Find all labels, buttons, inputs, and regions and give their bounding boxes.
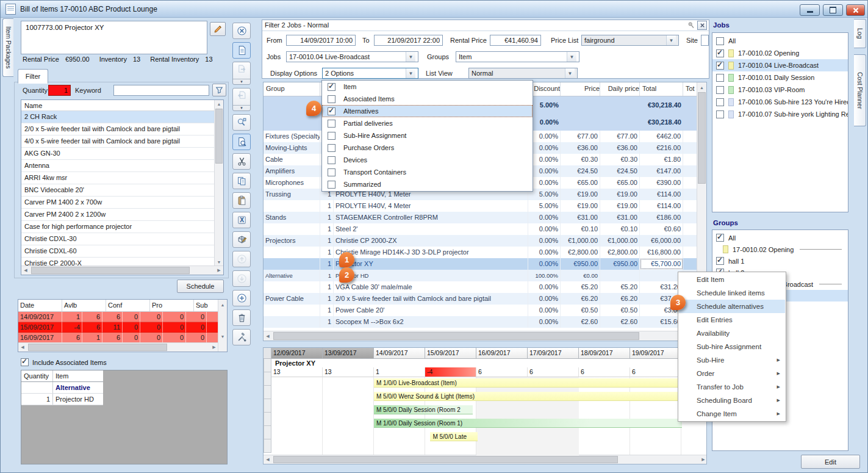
jobs-select[interactable]: 17-0010.04 Live-Broadcast▼ xyxy=(286,51,418,62)
column-total[interactable]: Total xyxy=(640,82,683,96)
keyword-input[interactable] xyxy=(113,85,209,96)
dropdown-option[interactable]: Partial deliveries xyxy=(322,117,533,129)
checkbox-icon[interactable] xyxy=(328,95,335,103)
context-menu-item[interactable]: Edit Entries xyxy=(679,313,785,327)
checkbox-icon[interactable] xyxy=(716,74,724,82)
arrow-up-icon[interactable] xyxy=(232,251,251,267)
groups-select[interactable]: Item▼ xyxy=(456,51,579,62)
quantity-input[interactable]: 1 xyxy=(48,85,71,96)
availability-row[interactable]: 15/09/2017-46110000 xyxy=(18,322,227,333)
job-list-item[interactable]: All xyxy=(712,35,848,47)
list-item[interactable]: Christie CDXL-60 xyxy=(21,245,214,258)
filter-panel-close-button[interactable] xyxy=(697,21,707,30)
checkbox-icon[interactable] xyxy=(328,181,335,189)
job-list-item[interactable]: 17-0010.01 Daily Session xyxy=(712,71,848,84)
timeline-availability-cell[interactable]: 6 xyxy=(579,367,630,377)
document-forward-icon[interactable] xyxy=(232,62,251,85)
checkbox-icon[interactable] xyxy=(716,110,724,118)
checkbox-icon[interactable] xyxy=(328,120,335,128)
table-row[interactable]: 1Socopex M -->Box 6x2 0.00%€2.60€2.60 €1… xyxy=(264,316,706,328)
dropdown-option[interactable]: Alternatives xyxy=(322,105,533,117)
timeline-availability-cell[interactable]: 13 xyxy=(323,367,374,377)
list-view-select[interactable]: Normal▼ xyxy=(468,68,578,79)
selected-item-box[interactable]: 1007773.00 Projector XY xyxy=(21,21,207,54)
paste-icon[interactable] xyxy=(232,192,251,209)
dropdown-option[interactable]: Item xyxy=(322,81,533,93)
list-item[interactable]: Carver PM 2400 2 x 1200w xyxy=(21,209,214,221)
timeline-availability-cell[interactable]: 13 xyxy=(271,367,323,377)
timeline-booking-bar[interactable]: M 1/0/0 Daily Session (Room 1) xyxy=(374,419,682,428)
timeline-date-header[interactable]: 18/09/2017 xyxy=(579,348,630,359)
checkbox-icon[interactable] xyxy=(328,107,335,115)
checkbox-icon[interactable] xyxy=(716,37,724,45)
context-menu-item[interactable]: Change Item xyxy=(679,407,785,421)
context-menu-item[interactable]: Sub-hire Assignment xyxy=(679,340,785,353)
document-search-icon[interactable] xyxy=(232,134,251,150)
context-menu-item[interactable]: Order xyxy=(679,367,785,380)
dropdown-option[interactable]: Transport Containers xyxy=(322,166,533,178)
list-item[interactable]: AKG GN-30 xyxy=(21,148,214,160)
timeline-date-header[interactable]: 17/09/2017 xyxy=(528,348,579,359)
dropdown-option[interactable]: Summarized xyxy=(322,178,533,190)
job-list-item[interactable]: 17-0010.06 Sub-hire 123 You're Hired Inc xyxy=(712,96,848,108)
tools-icon[interactable] xyxy=(232,329,251,345)
context-menu-item[interactable]: Schedule linked items xyxy=(679,286,785,300)
list-item[interactable]: Case for high performance projector xyxy=(21,221,214,233)
timeline-availability-cell[interactable]: -4 xyxy=(425,367,476,377)
from-input[interactable]: 14/09/2017 10:00 xyxy=(286,35,356,46)
list-item[interactable]: Christie CDXL-30 xyxy=(21,233,214,245)
list-item[interactable]: 2/0 x 5-wire feeder tail with Camlock an… xyxy=(21,123,214,135)
timeline-availability-cell[interactable]: 6 xyxy=(528,367,579,377)
list-item[interactable]: Carver PM 1400 2 x 700w xyxy=(21,197,214,209)
dropdown-option[interactable]: Devices xyxy=(322,154,533,166)
trash-icon[interactable] xyxy=(232,309,251,326)
checkbox-icon[interactable] xyxy=(716,257,724,265)
context-menu-item[interactable]: Transfer to Job xyxy=(679,380,785,394)
group-list-item[interactable]: All xyxy=(712,232,848,244)
tab-log[interactable]: Log xyxy=(854,19,866,48)
checkbox-icon[interactable] xyxy=(328,83,335,91)
table-row[interactable]: 1Steel 2' 0.00%€0.10€0.10 €0.60 xyxy=(264,223,706,235)
filter-panel-caption[interactable]: Filter 2 Jobs - Normal xyxy=(262,20,709,31)
minimize-button[interactable] xyxy=(800,4,820,16)
timeline-availability-cell[interactable]: 6 xyxy=(630,367,681,377)
edit-item-button[interactable] xyxy=(210,22,226,36)
list-item[interactable]: BNC Videocable 20' xyxy=(21,184,214,197)
job-list-item[interactable]: 17-0010.03 VIP-Room xyxy=(712,84,848,96)
site-input[interactable] xyxy=(701,35,709,46)
document-back-icon[interactable] xyxy=(232,88,251,111)
dropdown-option[interactable]: Associated Items xyxy=(322,93,533,105)
delete-x-icon[interactable]: X xyxy=(232,212,251,228)
group-list-item[interactable]: 17-0010.02 Opening xyxy=(712,244,848,255)
rental-price-input[interactable]: €41,460.94 xyxy=(490,35,541,46)
apply-filter-button[interactable] xyxy=(212,84,226,96)
list-item[interactable]: 4/0 x 5-wire feeder tail with Camlock an… xyxy=(21,135,214,148)
checkbox-icon[interactable] xyxy=(328,144,335,152)
timeline-booking-bar[interactable]: M 5/0/0 Daily Session (Room 2 xyxy=(374,405,473,414)
table-row[interactable]: Alternative1Projector HD 100.00%€0.00 xyxy=(264,270,706,281)
copy-icon[interactable] xyxy=(232,173,251,189)
document-icon[interactable] xyxy=(232,42,251,59)
tab-cost-planner[interactable]: Cost Planner xyxy=(854,54,866,126)
search-items-icon[interactable] xyxy=(232,114,251,131)
edit-box-icon[interactable] xyxy=(232,231,251,248)
checkbox-icon[interactable] xyxy=(328,168,335,176)
timeline-booking-bar[interactable]: M 5/0/0 Late xyxy=(430,432,478,441)
timeline-booking-bar[interactable]: M 5/0/0 Wenz Sound & Light (Items) xyxy=(374,392,682,401)
close-button[interactable] xyxy=(846,4,865,16)
timeline-date-header[interactable]: 12/09/2017 xyxy=(271,348,323,359)
maximize-button[interactable] xyxy=(823,4,843,16)
list-item[interactable]: Christie CP 2000-X xyxy=(21,258,214,266)
arrow-down-icon[interactable] xyxy=(232,270,251,287)
availability-vscrollbar[interactable]: ▲ ▼ xyxy=(218,300,227,352)
group-list-item[interactable]: hall 1 xyxy=(712,255,848,267)
job-list-item[interactable]: 17-0010.04 Live-Broadcast xyxy=(712,59,848,71)
include-associated-items-checkbox[interactable]: Include Associated Items xyxy=(21,358,107,366)
dropdown-option[interactable]: Purchase Orders xyxy=(322,142,533,154)
checkbox-icon[interactable] xyxy=(328,156,335,164)
timeline-date-header[interactable]: 14/09/2017 xyxy=(374,348,425,359)
display-options-select[interactable]: 2 Options▼ xyxy=(322,68,418,79)
timeline-item-name[interactable]: Projector XY xyxy=(271,359,706,368)
list-item[interactable]: 2 CH Rack xyxy=(21,111,214,123)
checkbox-icon[interactable] xyxy=(716,49,724,57)
